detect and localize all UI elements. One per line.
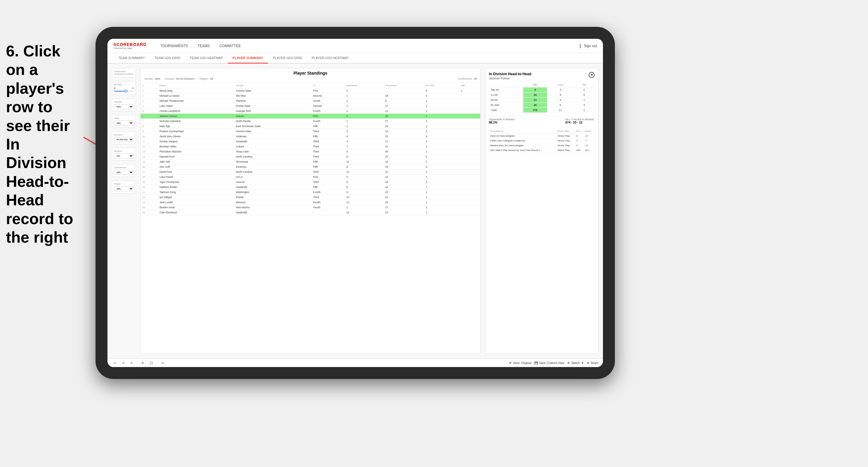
table-row[interactable]: 3 Michael Thorbjornsen Stanford Fourth 1… xyxy=(141,98,480,103)
year-select[interactable]: (All) xyxy=(114,121,134,126)
cell-rank: 15 xyxy=(141,159,158,164)
division-select[interactable]: NCAA Division I xyxy=(114,137,134,142)
table-row[interactable]: 22 Ian Gilligan Florida Third 10 24 1 xyxy=(141,195,480,200)
cell-yr: Fifth xyxy=(311,134,345,139)
table-row[interactable]: 25 Cole Sherwood Vanderbilt - 12 23 1 xyxy=(141,210,480,215)
cell-win xyxy=(459,93,480,98)
table-row[interactable]: 2 Michael La Sasse Ole Miss Second 1 18 … xyxy=(141,93,480,98)
h2h-close-button[interactable]: ✕ xyxy=(589,72,595,78)
paste-button[interactable]: 📋 xyxy=(148,361,155,366)
table-row[interactable]: 17 David Ford North Carolina Third 11 21… xyxy=(141,169,480,175)
view-original-button[interactable]: 👁 View: Original xyxy=(509,361,532,365)
table-row[interactable]: 18 Luke Powell UCLA First 4 24 1 xyxy=(141,175,480,180)
cell-win xyxy=(459,154,480,159)
share-button[interactable]: ⬆ Share xyxy=(587,361,598,365)
col-school: School xyxy=(234,83,311,88)
table-row[interactable]: 16 Alex Goff Kentucky Fifth 8 19 0 xyxy=(141,164,480,169)
player-label: Player xyxy=(114,183,134,185)
player-filter: Player (All) xyxy=(112,181,136,193)
division-filter: Division NCAA Division I xyxy=(112,131,136,144)
cell-reg-rank: 1 xyxy=(344,98,383,103)
cell-player: Luke Claton xyxy=(158,103,234,108)
table-row[interactable]: 9 Preston Summerhays Arizona State Third… xyxy=(141,129,480,134)
undo-button[interactable]: ↩ xyxy=(112,361,118,366)
cell-school: Auburn xyxy=(234,114,311,119)
no-rds-slider[interactable] xyxy=(114,91,134,92)
tab-team-h2h-grid[interactable]: TEAM H2H GRID xyxy=(150,53,185,64)
table-row[interactable]: 24 Bastien Amat New Mexico Fourth 1 27 2 xyxy=(141,205,480,210)
table-row[interactable]: 8 Mats Ege East Tennessee State Fifth 1 … xyxy=(141,124,480,129)
tour-score: -7 xyxy=(584,138,595,143)
h2h-header: In Division Head-to-Head Jackson Koivun … xyxy=(489,72,595,80)
table-row[interactable]: 15 Jake Hall Tennessee Fifth 11 24 1 xyxy=(141,159,480,164)
conference-select[interactable]: (All) xyxy=(114,170,134,175)
cell-reg-rank: 11 xyxy=(344,169,383,175)
cell-no-rds: 0 xyxy=(424,164,459,169)
table-row[interactable]: 20 Matthew Riedel Vanderbilt Fifth 8 24 … xyxy=(141,185,480,190)
h2h-col-loss: Loss xyxy=(547,82,574,87)
tab-team-h2h-heatmap[interactable]: TEAM H2H HEATMAP xyxy=(185,53,228,64)
tab-player-summary[interactable]: PLAYER SUMMARY xyxy=(228,53,268,64)
table-row[interactable]: 10 Jacob Mou-Olesen Arkansas Fifth 4 25 … xyxy=(141,134,480,139)
cell-reg-rank: 1 xyxy=(344,205,383,210)
h2h-table-row: >100 578 11 1 xyxy=(489,108,595,113)
cell-school: East Tennessee State xyxy=(234,124,311,129)
table-row[interactable]: 23 Jack Lundin Missouri Fourth 11 24 1 xyxy=(141,200,480,205)
cell-reg-rank: 1 xyxy=(344,93,383,98)
nav-bar: SCOREBOARD Powered by clippi TOURNAMENTS… xyxy=(107,39,603,53)
cell-reg-rank: 6 xyxy=(344,149,383,154)
cell-reg-rank: 11 xyxy=(344,200,383,205)
redo-button[interactable]: ↺ xyxy=(120,361,126,366)
tab-player-h2h-heatmap[interactable]: PLAYER H2H HEATMAP xyxy=(307,53,353,64)
table-row[interactable]: 5 Christo Lamprecht Georgia Tech Fourth … xyxy=(141,108,480,114)
cell-reg-rank: 8 xyxy=(344,164,383,169)
h2h-table-row: Top 10 8 3 2 xyxy=(489,87,595,93)
col-player: Player xyxy=(158,83,234,88)
h2h-win: 46 xyxy=(523,103,547,108)
table-row[interactable]: 21 Taehoon Song Washington Fourth 6 23 1 xyxy=(141,190,480,195)
nav-teams[interactable]: TEAMS xyxy=(193,41,215,51)
refresh-button[interactable]: ↻ xyxy=(160,361,166,366)
player-select[interactable]: (All) xyxy=(114,186,134,191)
nav-tournaments[interactable]: TOURNAMENTS xyxy=(156,41,192,51)
cell-player: Maxwell Ford xyxy=(158,154,234,159)
cell-school: North Florida xyxy=(234,119,311,124)
cell-player: Tiger Christensen xyxy=(158,180,234,185)
forward-button[interactable]: ↻ xyxy=(129,361,135,366)
save-custom-button[interactable]: 💾 Save Custom View xyxy=(534,361,564,365)
update-time-section: Update time: 27/03/2024 16:56:26 xyxy=(112,68,136,77)
region-select[interactable]: N/a xyxy=(114,153,134,158)
cell-player: Michael Thorbjornsen xyxy=(158,98,234,103)
table-row[interactable]: 13 Phichaksn Maichon Texas A&M Third 6 3… xyxy=(141,149,480,154)
h2h-loss: 6 xyxy=(547,103,574,108)
division-label: Division xyxy=(114,133,134,136)
cell-rank: 9 xyxy=(141,129,158,134)
sign-out-button[interactable]: Sign out xyxy=(584,44,597,48)
cell-player: Alex Goff xyxy=(158,164,234,169)
nav-committee[interactable]: COMMITTEE xyxy=(215,41,246,51)
standings-panel: Player Standings Gender: Men Division: N… xyxy=(140,68,480,354)
table-row[interactable]: 4 Luke Claton Florida State Second 1 27 … xyxy=(141,103,480,108)
copy-button[interactable]: ⧉ xyxy=(140,360,145,366)
table-row[interactable]: 11 Gordon Sargent Vanderbilt Third 4 21 … xyxy=(141,139,480,144)
col-no-rds: No. Rds. xyxy=(424,83,459,88)
table-row[interactable]: 12 Brendan Valles Auburn Third 7 24 1 xyxy=(141,144,480,149)
h2h-summary: Opponents in division: 98.1% W-L-T recor… xyxy=(489,116,595,126)
tour-event-type: Match Play xyxy=(556,148,575,153)
tab-team-summary[interactable]: TEAM SUMMARY xyxy=(114,53,150,64)
update-time-value: 27/03/2024 16:56:26 xyxy=(114,73,134,75)
view-icon: 👁 xyxy=(509,361,512,365)
cell-conf-rank: 19 xyxy=(383,164,424,169)
instruction-text: 6. Click on a player's row to see their … xyxy=(0,36,87,252)
tournament-table: Tournament Event Type Pos Score Amer Ari… xyxy=(489,129,595,153)
tab-player-h2h-grid[interactable]: PLAYER H2H GRID xyxy=(268,53,307,64)
table-row[interactable]: 7 Nicholas Gabrelcik North Florida Fourt… xyxy=(141,119,480,124)
table-row[interactable]: 6 Jackson Koivun Auburn First 2 18 1 xyxy=(141,114,480,119)
table-row[interactable]: 19 Tiger Christensen Arizona Third 8 23 … xyxy=(141,180,480,185)
gender-select[interactable]: Men xyxy=(114,104,134,109)
table-row[interactable]: 14 Maxwell Ford North Carolina Third 8 2… xyxy=(141,154,480,159)
cell-no-rds: 2 xyxy=(424,119,459,124)
table-row[interactable]: 1 Wenyi Ding Arizona State First 1 - 8 1 xyxy=(141,88,480,93)
cell-conf-rank: 23 xyxy=(383,180,424,185)
watch-button[interactable]: 👁 Watch ▼ xyxy=(567,361,584,365)
